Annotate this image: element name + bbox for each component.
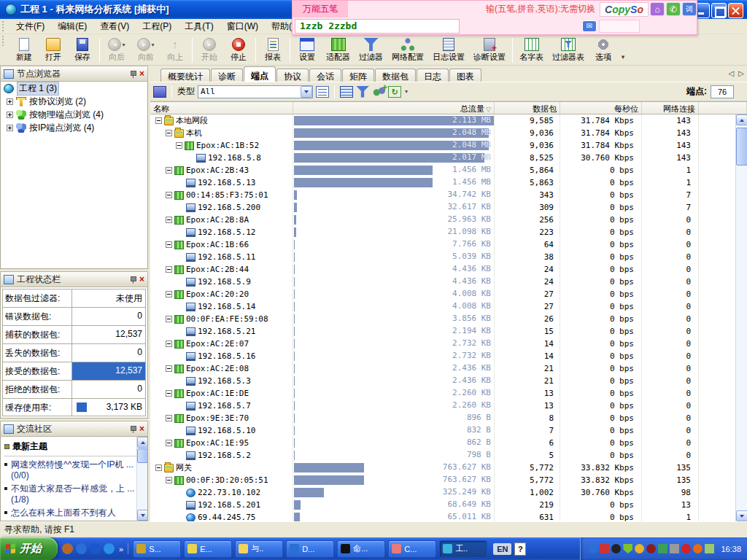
panel-close-icon[interactable]: ×	[139, 69, 144, 78]
menu-item-0[interactable]: 文件(F)	[9, 19, 51, 34]
add-to-name-table-icon[interactable]	[372, 86, 385, 98]
menu-item-4[interactable]: 工具(T)	[178, 19, 220, 34]
taskbar-window-button[interactable]: S...	[133, 540, 181, 558]
table-row[interactable]: Epox:AC:2E:072.732 KB140 bps0	[150, 338, 735, 350]
column-header-connections[interactable]: 网络连接	[642, 102, 699, 114]
adapter-button[interactable]: 适配器	[322, 36, 355, 65]
forum-post-link[interactable]: 怎么在科来上面看不到有人	[4, 508, 136, 518]
new-doc-button[interactable]: 新建	[9, 36, 39, 65]
table-row[interactable]: 192.168.5.10832 B70 bps0	[150, 424, 735, 437]
maximize-button[interactable]	[711, 3, 727, 18]
tray-blocked-icon[interactable]	[646, 544, 656, 553]
tree-item-1[interactable]: 按物理端点浏览 (4)	[1, 108, 147, 121]
table-row[interactable]: Epox:AC:1E:95862 B60 bps0	[150, 437, 735, 449]
tray-volume-icon[interactable]	[670, 544, 679, 553]
export-icon[interactable]	[153, 86, 166, 98]
table-row[interactable]: Epox:AC:2B:431.456 MB5,8640 bps1	[150, 164, 735, 176]
table-row[interactable]: 192.168.5.82.017 MB8,52530.760 Kbps143	[150, 152, 735, 164]
tray-signal-icon[interactable]	[693, 544, 703, 553]
menu-item-3[interactable]: 工程(P)	[136, 19, 178, 34]
ime-candidates[interactable]: 1zzb 2zzbd	[295, 19, 460, 34]
scroll-thumb[interactable]	[736, 128, 747, 166]
save-button[interactable]: 保存	[68, 36, 97, 65]
collapse-icon[interactable]	[166, 241, 172, 248]
ime-name[interactable]: 万能五笔	[293, 1, 348, 18]
tray-maxthon-icon[interactable]	[588, 544, 597, 553]
tab-端点[interactable]: 端点	[244, 66, 276, 82]
collapse-icon[interactable]	[176, 142, 182, 149]
tray-card-icon[interactable]	[705, 544, 714, 553]
table-row[interactable]: 本地网段2.113 MB9,58531.784 Kbps143	[150, 114, 735, 127]
table-row[interactable]: 192.168.5.20168.649 KB2190 bps13	[150, 499, 735, 511]
table-view-icon[interactable]	[340, 86, 353, 98]
tab-scroll-left-icon[interactable]: ◁	[729, 69, 735, 77]
table-row[interactable]: Epox:AC:2B:444.436 KB240 bps0	[150, 263, 735, 276]
network-config-button[interactable]: 网络配置	[387, 36, 428, 65]
tab-会话[interactable]: 会话	[309, 69, 341, 82]
table-row[interactable]: 192.168.5.144.008 KB270 bps0	[150, 300, 735, 313]
tray-lightning-icon[interactable]	[681, 544, 691, 553]
toolbar-overflow-icon[interactable]: ▾	[618, 36, 628, 65]
column-header-traffic[interactable]: 总流量▽	[293, 102, 495, 114]
table-row[interactable]: 192.168.5.94.436 KB240 bps0	[150, 276, 735, 288]
taskbar-window-button[interactable]: 工..	[439, 540, 487, 558]
forum-post-link[interactable]: 不知道大家是否一样感觉，上 ... (1/8)	[4, 483, 136, 505]
name-table-button[interactable]: 名字表	[515, 36, 548, 65]
table-row[interactable]: 192.168.5.32.436 KB210 bps0	[150, 375, 735, 387]
panel-close-icon[interactable]: ×	[139, 424, 144, 433]
column-header-name[interactable]: 名称	[150, 102, 293, 114]
table-row[interactable]: 00:14:85:F3:75:0134.742 KB3430 bps7	[150, 189, 735, 201]
collapse-icon[interactable]	[166, 291, 172, 298]
community-scrollbar[interactable]	[136, 437, 147, 521]
ime-dict-icon[interactable]: 词	[682, 2, 697, 16]
menu-item-2[interactable]: 查看(V)	[93, 19, 136, 34]
filter-button[interactable]: 过滤器	[355, 36, 387, 65]
collapse-icon[interactable]	[166, 167, 172, 174]
table-scrollbar[interactable]	[735, 114, 747, 521]
collapse-icon[interactable]	[166, 415, 172, 421]
tab-矩阵[interactable]: 矩阵	[342, 69, 374, 82]
scroll-up-icon[interactable]	[736, 114, 747, 125]
tab-日志[interactable]: 日志	[417, 69, 449, 82]
table-row[interactable]: 192.168.5.2798 B50 bps0	[150, 449, 735, 462]
scroll-up-icon[interactable]	[137, 437, 148, 448]
collapse-icon[interactable]	[166, 217, 172, 223]
scroll-down-icon[interactable]	[137, 510, 148, 521]
tab-协议[interactable]: 协议	[276, 69, 309, 82]
quicklaunch-more-icon[interactable]: »	[119, 545, 123, 553]
stop-button[interactable]: 停止	[224, 36, 253, 65]
ime-help-icon[interactable]: ?	[514, 542, 526, 556]
taskbar-window-button[interactable]: 与..	[235, 540, 283, 558]
quicklaunch-maxthon-icon[interactable]	[76, 543, 87, 554]
table-row[interactable]: 69.44.245.7565.011 KB6310 bps1	[150, 511, 735, 521]
node-details-icon[interactable]	[316, 86, 329, 98]
tab-图表[interactable]: 图表	[449, 69, 481, 82]
tab-诊断[interactable]: 诊断	[211, 69, 243, 82]
scroll-down-icon[interactable]	[736, 510, 747, 521]
report-button[interactable]: 报表	[258, 36, 287, 65]
forum-post-link[interactable]: 网速突然特慢^^发现一个IP机 ... (0/0)	[4, 459, 136, 481]
table-row[interactable]: 192.168.5.212.194 KB150 bps0	[150, 325, 735, 338]
dropdown-icon[interactable]: ▾	[122, 42, 125, 48]
table-row[interactable]: Epox:AC:1B:522.048 MB9,03631.784 Kbps143	[150, 139, 735, 152]
quicklaunch-ie-icon[interactable]	[104, 543, 115, 554]
quicklaunch-rabbit-icon[interactable]	[62, 543, 73, 554]
collapse-icon[interactable]	[166, 477, 172, 483]
table-row[interactable]: Epox:AC:20:204.008 KB270 bps0	[150, 288, 735, 300]
collapse-icon[interactable]	[155, 464, 162, 471]
collapse-icon[interactable]	[166, 130, 172, 136]
taskbar-window-button[interactable]: 命...	[337, 540, 385, 558]
taskbar-window-button[interactable]: D...	[286, 540, 334, 558]
tab-概要统计[interactable]: 概要统计	[160, 69, 210, 82]
diagnosis-settings-button[interactable]: 诊断设置	[469, 36, 510, 65]
log-settings-button[interactable]: 日志设置	[428, 36, 469, 65]
table-row[interactable]: 192.168.5.72.260 KB130 bps0	[150, 400, 735, 412]
collapse-icon[interactable]	[155, 117, 162, 124]
options-button[interactable]: 选项	[589, 36, 618, 65]
table-row[interactable]: 00:0F:3D:20:05:51763.627 KB5,77233.832 K…	[150, 474, 735, 486]
collapse-icon[interactable]	[166, 316, 172, 322]
collapse-icon[interactable]	[166, 341, 172, 347]
table-row[interactable]: Epox:9E:3E:70896 B80 bps0	[150, 412, 735, 424]
ime-home-icon[interactable]: ⌂	[650, 2, 665, 16]
column-header-bps[interactable]: 每秒位	[560, 102, 642, 114]
